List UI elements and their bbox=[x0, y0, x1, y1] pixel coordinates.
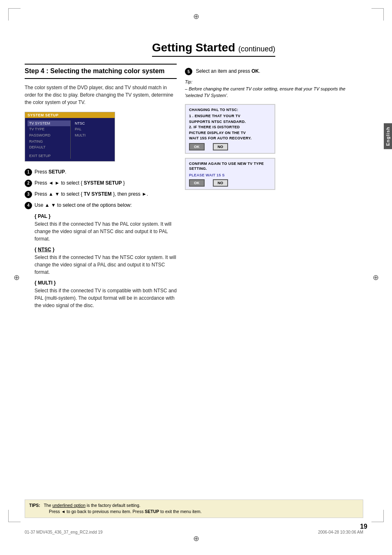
step-2-num: 2 bbox=[25, 180, 32, 187]
tips-text1: The underlined option is the factory def… bbox=[44, 503, 140, 508]
content-area: Step 4 : Selecting the matching color sy… bbox=[25, 64, 363, 313]
page-number: 19 bbox=[360, 523, 367, 530]
step-3-num: 3 bbox=[25, 191, 32, 198]
option-pal-title: { PAL } bbox=[35, 213, 177, 219]
tips-bar: TIPS: The underlined option is the facto… bbox=[25, 500, 363, 518]
step-4-text: Use ▲ ▼ to select one of the options bel… bbox=[35, 201, 177, 209]
tip-label: Tip: bbox=[185, 79, 192, 84]
crosshair-right: ⊕ bbox=[371, 273, 380, 282]
step-5-num: 5 bbox=[185, 68, 192, 75]
menu-option-pal: PAL bbox=[73, 126, 112, 132]
step-1-num: 1 bbox=[25, 169, 32, 176]
menu-option-multi: MULTI bbox=[73, 132, 112, 139]
dialog2-please-wait: PLEASE WAIT 15 S bbox=[189, 173, 271, 178]
step-1-text: Press SETUP. bbox=[35, 168, 177, 176]
step-3-text: Press ▲ ▼ to select { TV SYSTEM }, then … bbox=[35, 190, 177, 198]
option-multi-title: { MULTI } bbox=[35, 280, 177, 286]
dialog1-title: CHANGING PAL TO NTSC: bbox=[189, 107, 271, 113]
step-description: The color system of the DVD player, disc… bbox=[25, 84, 177, 106]
dialog2-buttons: OK NO bbox=[189, 179, 271, 187]
step-4: 4 Use ▲ ▼ to select one of the options b… bbox=[25, 201, 177, 209]
menu-item-default: DEFAULT bbox=[28, 144, 70, 150]
english-tab: English bbox=[384, 123, 392, 149]
crosshair-top: ⊕ bbox=[192, 12, 200, 21]
step-1: 1 Press SETUP. bbox=[25, 168, 177, 176]
menu-item-password: PASSWORD bbox=[28, 132, 70, 139]
dialog2-title: CONFIRM AGAIN TO USE NEW TV TYPE SETTING… bbox=[189, 161, 271, 171]
corner-mark-tr bbox=[371, 8, 384, 21]
option-pal-desc: Select this if the connected TV has the … bbox=[35, 220, 177, 243]
crosshair-bottom: ⊕ bbox=[192, 534, 200, 543]
steps-list: 1 Press SETUP. 2 Press ◄ ► to select { S… bbox=[25, 168, 177, 209]
menu-item-tv-type: TV TYPE bbox=[28, 126, 70, 132]
tip-box: Tip: – Before changing the current TV co… bbox=[185, 79, 363, 99]
dialog2-ok-button[interactable]: OK bbox=[189, 179, 205, 187]
menu-items-row: TV SYSTEM TV TYPE PASSWORD RATING DEFAUL… bbox=[25, 118, 115, 162]
dialog-box-2: CONFIRM AGAIN TO USE NEW TV TYPE SETTING… bbox=[185, 158, 275, 190]
footer-left: 01-37 MDV435_436_37_eng_RC2.indd 19 bbox=[25, 530, 103, 534]
dialog2-no-button[interactable]: NO bbox=[213, 179, 228, 187]
option-ntsc: { NTSC } Select this if the connected TV… bbox=[35, 247, 177, 276]
step-5-text: Select an item and press OK. bbox=[196, 68, 261, 74]
step-heading: Step 4 : Selecting the matching color sy… bbox=[25, 64, 177, 79]
option-multi: { MULTI } Select this if the connected T… bbox=[35, 280, 177, 309]
corner-mark-bl bbox=[8, 510, 21, 522]
menu-right-col: NTSC PAL MULTI bbox=[71, 120, 112, 160]
step-2: 2 Press ◄ ► to select { SYSTEM SETUP } bbox=[25, 179, 177, 187]
footer-line: 01-37 MDV435_436_37_eng_RC2.indd 19 2006… bbox=[25, 530, 363, 534]
menu-left-col: TV SYSTEM TV TYPE PASSWORD RATING DEFAUL… bbox=[25, 120, 70, 160]
page-container: ⊕ ⊕ ⊕ ⊕ Getting Started (continued) Engl… bbox=[0, 0, 392, 555]
tips-label: TIPS: bbox=[29, 503, 40, 508]
page-title-continued: (continued) bbox=[238, 45, 275, 53]
corner-mark-br bbox=[371, 510, 384, 522]
page-title-text: Getting Started bbox=[152, 41, 235, 54]
crosshair-left: ⊕ bbox=[12, 273, 21, 282]
corner-mark-tl bbox=[8, 8, 21, 21]
menu-option-ntsc: NTSC bbox=[73, 120, 112, 127]
menu-item-exit: EXIT SETUP bbox=[28, 153, 70, 159]
right-column: 5 Select an item and press OK. Tip: – Be… bbox=[185, 64, 363, 313]
step-3: 3 Press ▲ ▼ to select { TV SYSTEM }, the… bbox=[25, 190, 177, 198]
left-column: Step 4 : Selecting the matching color sy… bbox=[25, 64, 177, 313]
page-title-area: Getting Started (continued) bbox=[152, 41, 367, 57]
options-section: { PAL } Select this if the connected TV … bbox=[35, 213, 177, 309]
option-multi-desc: Select this if the connected TV is compa… bbox=[35, 287, 177, 309]
menu-title: SYSTEM SETUP bbox=[25, 112, 115, 118]
dialog1-ok-button[interactable]: OK bbox=[189, 143, 205, 150]
footer-right: 2006-04-28 10:30:06 AM bbox=[318, 530, 363, 534]
dialog1-content: 1 . ENSURE THAT YOUR TV SUPPORTS NTSC ST… bbox=[189, 113, 271, 141]
menu-item-rating: RATING bbox=[28, 139, 70, 145]
option-pal: { PAL } Select this if the connected TV … bbox=[35, 213, 177, 243]
dialog-box-1: CHANGING PAL TO NTSC: 1 . ENSURE THAT YO… bbox=[185, 104, 275, 154]
dialog1-no-button[interactable]: NO bbox=[213, 143, 228, 150]
step-4-num: 4 bbox=[25, 202, 32, 209]
menu-item-tv-system: TV SYSTEM bbox=[28, 120, 70, 127]
dialog1-buttons: OK NO bbox=[189, 143, 271, 150]
option-ntsc-title: { NTSC } bbox=[35, 247, 177, 252]
step5-row: 5 Select an item and press OK. bbox=[185, 68, 363, 75]
page-title: Getting Started (continued) bbox=[152, 41, 275, 57]
step-2-text: Press ◄ ► to select { SYSTEM SETUP } bbox=[35, 179, 177, 187]
menu-screenshot: SYSTEM SETUP TV SYSTEM TV TYPE PASSWORD … bbox=[25, 112, 115, 162]
option-ntsc-desc: Select this if the connected TV has the … bbox=[35, 254, 177, 276]
tip-text: – Before changing the current TV color s… bbox=[185, 86, 346, 98]
tips-text2: Press ◄ to go back to previous menu item… bbox=[29, 509, 202, 514]
